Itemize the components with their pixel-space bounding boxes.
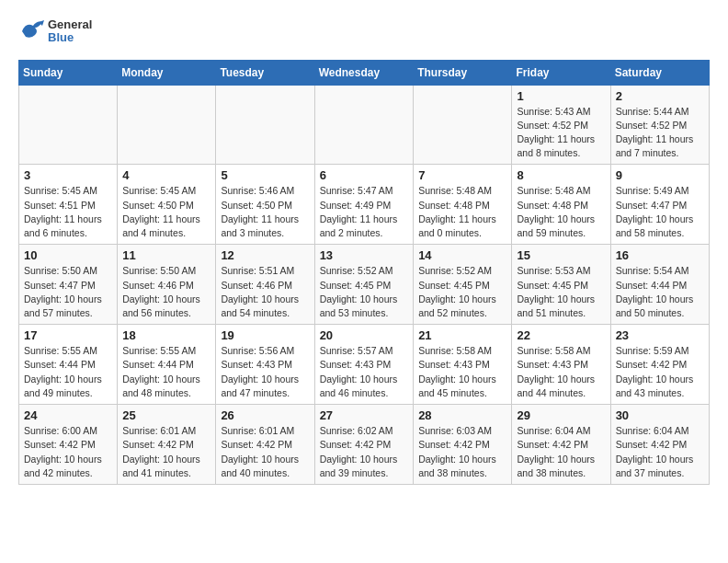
day-info: Sunrise: 5:55 AMSunset: 4:44 PMDaylight:…	[24, 344, 112, 400]
day-info: Sunrise: 5:52 AMSunset: 4:45 PMDaylight:…	[418, 264, 506, 320]
day-info: Sunrise: 6:00 AMSunset: 4:42 PMDaylight:…	[24, 424, 112, 480]
calendar-cell: 7Sunrise: 5:48 AMSunset: 4:48 PMDaylight…	[414, 165, 512, 245]
logo-general: General	[48, 17, 92, 31]
week-row-3: 10Sunrise: 5:50 AMSunset: 4:47 PMDayligh…	[19, 245, 710, 325]
calendar-cell: 15Sunrise: 5:53 AMSunset: 4:45 PMDayligh…	[512, 245, 610, 325]
day-info: Sunrise: 6:03 AMSunset: 4:42 PMDaylight:…	[418, 424, 506, 480]
calendar-cell: 21Sunrise: 5:58 AMSunset: 4:43 PMDayligh…	[414, 325, 512, 405]
calendar-cell: 23Sunrise: 5:59 AMSunset: 4:42 PMDayligh…	[610, 325, 709, 405]
day-number: 14	[418, 248, 506, 262]
logo-blue: Blue	[48, 30, 74, 44]
weekday-header-wednesday: Wednesday	[314, 60, 414, 85]
day-number: 7	[418, 168, 506, 182]
day-number: 28	[418, 408, 506, 422]
day-number: 27	[320, 408, 409, 422]
day-info: Sunrise: 5:52 AMSunset: 4:45 PMDaylight:…	[320, 264, 409, 320]
calendar-cell: 2Sunrise: 5:44 AMSunset: 4:52 PMDaylight…	[610, 85, 709, 165]
day-info: Sunrise: 5:53 AMSunset: 4:45 PMDaylight:…	[517, 264, 605, 320]
calendar-cell	[314, 85, 414, 165]
day-info: Sunrise: 5:57 AMSunset: 4:43 PMDaylight:…	[320, 344, 409, 400]
day-number: 8	[517, 168, 605, 182]
day-number: 11	[122, 248, 210, 262]
day-info: Sunrise: 5:48 AMSunset: 4:48 PMDaylight:…	[418, 184, 506, 240]
day-info: Sunrise: 5:47 AMSunset: 4:49 PMDaylight:…	[320, 184, 409, 240]
day-info: Sunrise: 5:55 AMSunset: 4:44 PMDaylight:…	[122, 344, 210, 400]
calendar-cell: 29Sunrise: 6:04 AMSunset: 4:42 PMDayligh…	[512, 405, 610, 485]
day-info: Sunrise: 5:46 AMSunset: 4:50 PMDaylight:…	[221, 184, 309, 240]
weekday-header-friday: Friday	[512, 60, 610, 85]
calendar-cell: 22Sunrise: 5:58 AMSunset: 4:43 PMDayligh…	[512, 325, 610, 405]
calendar-cell: 10Sunrise: 5:50 AMSunset: 4:47 PMDayligh…	[19, 245, 118, 325]
day-info: Sunrise: 5:56 AMSunset: 4:43 PMDaylight:…	[221, 344, 309, 400]
day-number: 15	[517, 248, 605, 262]
calendar-cell	[19, 85, 118, 165]
weekday-header-row: SundayMondayTuesdayWednesdayThursdayFrid…	[19, 60, 710, 85]
day-number: 30	[616, 408, 704, 422]
day-number: 18	[122, 328, 210, 342]
day-number: 9	[616, 168, 704, 182]
calendar-cell: 16Sunrise: 5:54 AMSunset: 4:44 PMDayligh…	[610, 245, 709, 325]
day-number: 5	[221, 168, 309, 182]
day-info: Sunrise: 6:04 AMSunset: 4:42 PMDaylight:…	[616, 424, 704, 480]
calendar-cell: 17Sunrise: 5:55 AMSunset: 4:44 PMDayligh…	[19, 325, 118, 405]
weekday-header-thursday: Thursday	[414, 60, 512, 85]
day-number: 24	[24, 408, 112, 422]
week-row-1: 1Sunrise: 5:43 AMSunset: 4:52 PMDaylight…	[19, 85, 710, 165]
logo: General Blue	[18, 18, 92, 45]
calendar-cell: 1Sunrise: 5:43 AMSunset: 4:52 PMDaylight…	[512, 85, 610, 165]
week-row-5: 24Sunrise: 6:00 AMSunset: 4:42 PMDayligh…	[19, 405, 710, 485]
calendar-cell: 30Sunrise: 6:04 AMSunset: 4:42 PMDayligh…	[610, 405, 709, 485]
calendar-cell: 27Sunrise: 6:02 AMSunset: 4:42 PMDayligh…	[314, 405, 414, 485]
calendar-cell: 13Sunrise: 5:52 AMSunset: 4:45 PMDayligh…	[314, 245, 414, 325]
weekday-header-monday: Monday	[118, 60, 216, 85]
calendar-cell: 9Sunrise: 5:49 AMSunset: 4:47 PMDaylight…	[610, 165, 709, 245]
weekday-header-saturday: Saturday	[610, 60, 709, 85]
day-info: Sunrise: 6:04 AMSunset: 4:42 PMDaylight:…	[517, 424, 605, 480]
calendar-cell: 11Sunrise: 5:50 AMSunset: 4:46 PMDayligh…	[118, 245, 216, 325]
day-number: 6	[320, 168, 409, 182]
day-number: 22	[517, 328, 605, 342]
day-number: 20	[320, 328, 409, 342]
calendar-cell: 14Sunrise: 5:52 AMSunset: 4:45 PMDayligh…	[414, 245, 512, 325]
day-number: 13	[320, 248, 409, 262]
day-info: Sunrise: 5:49 AMSunset: 4:47 PMDaylight:…	[616, 184, 704, 240]
weekday-header-sunday: Sunday	[19, 60, 118, 85]
day-number: 17	[24, 328, 112, 342]
day-number: 25	[122, 408, 210, 422]
day-number: 12	[221, 248, 309, 262]
day-info: Sunrise: 5:58 AMSunset: 4:43 PMDaylight:…	[517, 344, 605, 400]
calendar-cell	[414, 85, 512, 165]
page-header: General Blue	[18, 18, 710, 45]
day-number: 10	[24, 248, 112, 262]
calendar-cell: 8Sunrise: 5:48 AMSunset: 4:48 PMDaylight…	[512, 165, 610, 245]
calendar-cell: 28Sunrise: 6:03 AMSunset: 4:42 PMDayligh…	[414, 405, 512, 485]
day-number: 29	[517, 408, 605, 422]
day-info: Sunrise: 5:45 AMSunset: 4:50 PMDaylight:…	[122, 184, 210, 240]
calendar-cell: 19Sunrise: 5:56 AMSunset: 4:43 PMDayligh…	[216, 325, 314, 405]
day-info: Sunrise: 6:01 AMSunset: 4:42 PMDaylight:…	[221, 424, 309, 480]
day-info: Sunrise: 5:54 AMSunset: 4:44 PMDaylight:…	[616, 264, 704, 320]
day-number: 2	[616, 89, 704, 103]
day-info: Sunrise: 5:45 AMSunset: 4:51 PMDaylight:…	[24, 184, 112, 240]
day-info: Sunrise: 5:50 AMSunset: 4:46 PMDaylight:…	[122, 264, 210, 320]
calendar-cell: 20Sunrise: 5:57 AMSunset: 4:43 PMDayligh…	[314, 325, 414, 405]
calendar-cell: 4Sunrise: 5:45 AMSunset: 4:50 PMDaylight…	[118, 165, 216, 245]
calendar-cell: 6Sunrise: 5:47 AMSunset: 4:49 PMDaylight…	[314, 165, 414, 245]
calendar-table: SundayMondayTuesdayWednesdayThursdayFrid…	[18, 60, 710, 485]
day-info: Sunrise: 5:51 AMSunset: 4:46 PMDaylight:…	[221, 264, 309, 320]
day-number: 1	[517, 89, 605, 103]
calendar-cell: 24Sunrise: 6:00 AMSunset: 4:42 PMDayligh…	[19, 405, 118, 485]
day-number: 19	[221, 328, 309, 342]
calendar-cell	[216, 85, 314, 165]
week-row-4: 17Sunrise: 5:55 AMSunset: 4:44 PMDayligh…	[19, 325, 710, 405]
calendar-cell: 25Sunrise: 6:01 AMSunset: 4:42 PMDayligh…	[118, 405, 216, 485]
day-number: 3	[24, 168, 112, 182]
day-info: Sunrise: 5:59 AMSunset: 4:42 PMDaylight:…	[616, 344, 704, 400]
logo-bird-icon	[18, 18, 44, 44]
calendar-cell: 26Sunrise: 6:01 AMSunset: 4:42 PMDayligh…	[216, 405, 314, 485]
day-info: Sunrise: 5:50 AMSunset: 4:47 PMDaylight:…	[24, 264, 112, 320]
calendar-cell: 3Sunrise: 5:45 AMSunset: 4:51 PMDaylight…	[19, 165, 118, 245]
calendar-cell	[118, 85, 216, 165]
week-row-2: 3Sunrise: 5:45 AMSunset: 4:51 PMDaylight…	[19, 165, 710, 245]
day-number: 21	[418, 328, 506, 342]
